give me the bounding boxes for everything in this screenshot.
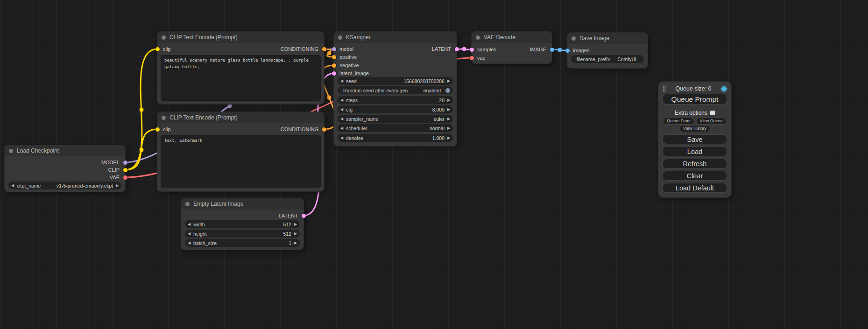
load-button[interactable]: Load: [663, 147, 727, 156]
node-title-bar[interactable]: Save Image: [567, 33, 648, 44]
decrement-arrow-icon[interactable]: ◀: [185, 220, 193, 228]
link-midpoint-dot[interactable]: [140, 108, 144, 112]
conditioning-output-port[interactable]: [322, 47, 326, 51]
queue-prompt-button[interactable]: Queue Prompt: [663, 94, 727, 105]
width-widget[interactable]: ◀ width 512 ▶: [185, 220, 300, 228]
filename-prefix-widget[interactable]: filename_prefix ComfyUI: [571, 55, 644, 63]
collapse-dot-icon[interactable]: [185, 202, 190, 206]
decrement-arrow-icon[interactable]: ◀: [338, 96, 346, 104]
clear-button[interactable]: Clear: [663, 171, 727, 181]
increment-arrow-icon[interactable]: ▶: [445, 96, 453, 104]
link-midpoint-dot[interactable]: [558, 48, 562, 52]
increment-arrow-icon[interactable]: ▶: [445, 77, 453, 85]
clip-output-port[interactable]: [123, 168, 127, 172]
seed-widget[interactable]: ◀ seed 156680208700286 ▶: [338, 77, 453, 85]
decrement-arrow-icon[interactable]: ◀: [338, 77, 346, 85]
increment-arrow-icon[interactable]: ▶: [291, 230, 300, 238]
collapse-dot-icon[interactable]: [162, 116, 166, 120]
output-slot-conditioning[interactable]: CONDITIONING: [157, 45, 324, 53]
increment-arrow-icon[interactable]: ▶: [445, 115, 453, 123]
node-title-bar[interactable]: CLIP Text Encode (Prompt): [157, 112, 324, 123]
output-slot-image[interactable]: IMAGE: [472, 46, 552, 53]
drag-handle-icon[interactable]: [662, 85, 666, 92]
output-slot-latent[interactable]: LATENT: [334, 45, 457, 53]
decrement-arrow-icon[interactable]: ◀: [338, 115, 346, 123]
conditioning-output-port[interactable]: [322, 127, 326, 132]
node-title-bar[interactable]: Empty Latent Image: [181, 198, 303, 210]
collapse-dot-icon[interactable]: [338, 35, 342, 40]
prompt-textarea[interactable]: beautiful scenery nature glass bottle la…: [161, 55, 321, 101]
images-input-port[interactable]: [565, 49, 570, 53]
node-title-bar[interactable]: CLIP Text Encode (Prompt): [157, 32, 324, 43]
node-empty-latent-image[interactable]: Empty Latent Image LATENT ◀ width 512 ▶ …: [181, 198, 303, 250]
decrement-arrow-icon[interactable]: ◀: [338, 134, 346, 142]
latent-output-port[interactable]: [302, 214, 306, 218]
vae-output-port[interactable]: [123, 175, 127, 180]
increment-arrow-icon[interactable]: ▶: [113, 182, 121, 189]
negative-input-port[interactable]: [332, 63, 336, 68]
scheduler-widget[interactable]: ◀ scheduler normal ▶: [338, 124, 453, 132]
node-save-image[interactable]: Save Image images filename_prefix ComfyU…: [567, 33, 648, 68]
output-slot-latent[interactable]: LATENT: [181, 212, 303, 219]
input-slot-positive[interactable]: positive: [334, 53, 457, 61]
sampler-name-widget[interactable]: ◀ sampler_name euler ▶: [338, 115, 453, 123]
decrement-arrow-icon[interactable]: ◀: [338, 105, 346, 113]
decrement-arrow-icon[interactable]: ◀: [185, 239, 193, 247]
node-title-bar[interactable]: Load Checkpoint: [5, 145, 125, 156]
view-history-button[interactable]: View History: [679, 125, 710, 132]
batch-size-widget[interactable]: ◀ batch_size 1 ▶: [185, 239, 300, 247]
link-midpoint-dot[interactable]: [327, 51, 332, 56]
random-seed-toggle-widget[interactable]: Random seed after every gen enabled: [338, 86, 453, 94]
collapse-dot-icon[interactable]: [162, 35, 166, 40]
latent-image-input-port[interactable]: [332, 71, 336, 76]
increment-arrow-icon[interactable]: ▶: [445, 105, 453, 113]
output-slot-vae[interactable]: VAE: [5, 174, 125, 181]
toggle-dot-icon[interactable]: [445, 88, 450, 93]
cfg-widget[interactable]: ◀ cfg 8.000 ▶: [338, 105, 453, 113]
link-midpoint-dot[interactable]: [462, 47, 466, 51]
increment-arrow-icon[interactable]: ▶: [291, 239, 300, 247]
node-clip-text-encode-negative[interactable]: CLIP Text Encode (Prompt) clip CONDITION…: [157, 112, 324, 191]
link-midpoint-dot[interactable]: [327, 96, 332, 100]
prompt-textarea[interactable]: text, watermark: [161, 135, 321, 188]
node-load-checkpoint[interactable]: Load Checkpoint MODEL CLIP VAE ◀ ckpt_na…: [5, 145, 125, 192]
ckpt-name-widget[interactable]: ◀ ckpt_name v1-5-pruned-emaonly.ckpt ▶: [8, 182, 121, 189]
node-ksampler[interactable]: KSampler model LATENT positive negative …: [334, 32, 457, 146]
node-title-bar[interactable]: VAE Decode: [472, 32, 552, 43]
model-output-port[interactable]: [123, 161, 127, 165]
input-slot-vae[interactable]: vae: [472, 54, 552, 62]
input-slot-negative[interactable]: negative: [334, 62, 457, 69]
increment-arrow-icon[interactable]: ▶: [291, 220, 300, 228]
input-slot-latent-image[interactable]: latent_image: [334, 70, 457, 77]
extra-options-checkbox[interactable]: [710, 111, 715, 115]
settings-gear-icon[interactable]: [720, 85, 727, 92]
decrement-arrow-icon[interactable]: ◀: [338, 124, 346, 132]
latent-output-port[interactable]: [455, 47, 459, 51]
save-button[interactable]: Save: [663, 134, 727, 144]
increment-arrow-icon[interactable]: ▶: [445, 134, 453, 142]
vae-input-port[interactable]: [470, 56, 474, 60]
link-midpoint-dot[interactable]: [140, 148, 144, 152]
link-midpoint-dot[interactable]: [228, 104, 232, 108]
node-clip-text-encode-positive[interactable]: CLIP Text Encode (Prompt) clip CONDITION…: [157, 32, 324, 104]
output-slot-model[interactable]: MODEL: [5, 159, 125, 166]
image-output-port[interactable]: [550, 48, 554, 52]
collapse-dot-icon[interactable]: [572, 36, 576, 41]
node-canvas[interactable]: Load Checkpoint MODEL CLIP VAE ◀ ckpt_na…: [0, 0, 868, 329]
decrement-arrow-icon[interactable]: ◀: [185, 230, 193, 238]
output-slot-conditioning[interactable]: CONDITIONING: [157, 126, 324, 133]
node-vae-decode[interactable]: VAE Decode samples IMAGE vae: [472, 32, 552, 63]
steps-widget[interactable]: ◀ steps 20 ▶: [338, 96, 453, 104]
collapse-dot-icon[interactable]: [9, 149, 13, 153]
node-title-bar[interactable]: KSampler: [334, 32, 457, 43]
positive-input-port[interactable]: [332, 55, 336, 59]
collapse-dot-icon[interactable]: [476, 35, 480, 40]
load-default-button[interactable]: Load Default: [663, 183, 727, 193]
refresh-button[interactable]: Refresh: [663, 159, 727, 168]
decrement-arrow-icon[interactable]: ◀: [8, 182, 17, 189]
output-slot-clip[interactable]: CLIP: [5, 166, 125, 174]
denoise-widget[interactable]: ◀ denoise 1.000 ▶: [338, 134, 453, 142]
height-widget[interactable]: ◀ height 512 ▶: [185, 230, 300, 238]
input-slot-images[interactable]: images: [567, 47, 648, 54]
increment-arrow-icon[interactable]: ▶: [445, 124, 453, 132]
